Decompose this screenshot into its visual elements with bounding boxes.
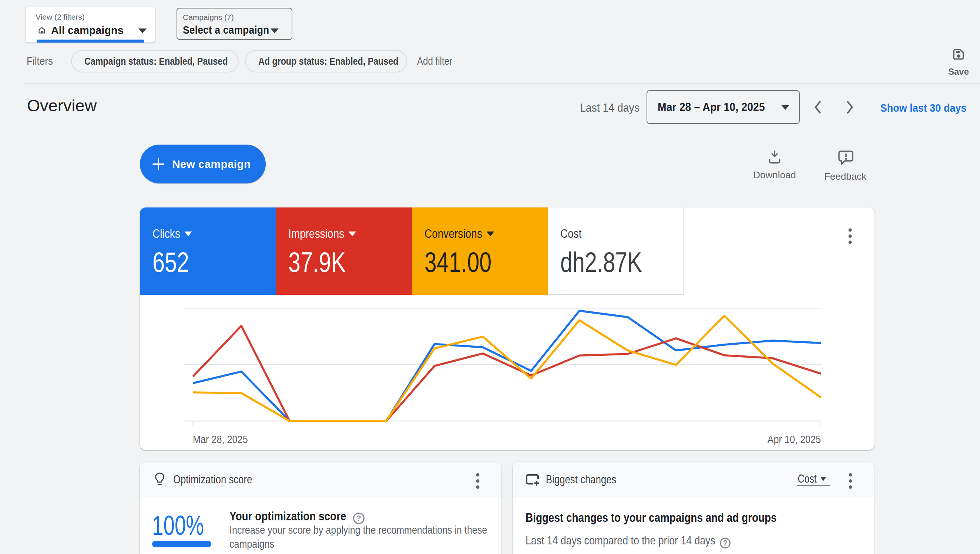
changes-metric-dropdown[interactable]: Cost bbox=[797, 473, 830, 486]
optimization-description-line2: campaigns bbox=[230, 537, 487, 551]
metric-tab-cost-label: Cost bbox=[560, 227, 582, 241]
campaign-selector-value: Select a campaign bbox=[183, 24, 269, 36]
x-axis-label-end: Apr 10, 2025 bbox=[768, 433, 821, 446]
feedback-label: Feedback bbox=[819, 171, 871, 182]
impressions-line-series bbox=[193, 326, 821, 421]
plus-icon bbox=[152, 158, 165, 171]
view-selector-label: View (2 filters) bbox=[35, 13, 85, 21]
chart-card-menu-button[interactable] bbox=[848, 228, 852, 245]
campaign-selector-value-row: Select a campaign bbox=[183, 24, 281, 35]
clicks-line-series bbox=[193, 310, 821, 421]
metric-tab-impressions-label-row: Impressions bbox=[288, 227, 356, 241]
view-selector-value: All campaigns bbox=[51, 24, 124, 37]
view-selector-caret-icon bbox=[139, 29, 147, 33]
filter-chip-label: Campaign status: Enabled, Paused bbox=[85, 56, 228, 67]
window-add-icon bbox=[525, 473, 540, 487]
save-icon bbox=[951, 47, 966, 61]
campaign-selector-caret-icon bbox=[271, 29, 279, 33]
changes-metric-dropdown-inner: Cost bbox=[797, 472, 826, 486]
filter-chip-label: Ad group status: Enabled, Paused bbox=[258, 56, 398, 67]
metric-tab-cost-label-row: Cost bbox=[560, 227, 582, 241]
next-period-button[interactable] bbox=[844, 99, 855, 115]
feedback-icon bbox=[837, 150, 854, 166]
feedback-button[interactable]: Feedback bbox=[819, 150, 871, 182]
biggest-changes-card-title: Biggest changes bbox=[546, 462, 616, 497]
optimization-description-line1: Increase your score by applying the reco… bbox=[230, 523, 487, 537]
metric-tab-cost[interactable]: Cost dh2.87K bbox=[548, 207, 683, 295]
view-selector[interactable]: View (2 filters) All campaigns bbox=[26, 7, 155, 43]
filters-label: Filters bbox=[27, 55, 53, 67]
optimization-description: Increase your score by applying the reco… bbox=[230, 523, 487, 551]
campaign-selector-label: Campaigns (7) bbox=[183, 13, 234, 21]
date-range-picker[interactable]: Mar 28 – Apr 10, 2025 bbox=[646, 90, 800, 124]
campaign-selector[interactable]: Campaigns (7) Select a campaign bbox=[177, 8, 292, 40]
x-axis-label-start: Mar 28, 2025 bbox=[193, 433, 248, 446]
metric-tab-impressions-caret-icon bbox=[349, 231, 356, 236]
conversions-line-series bbox=[193, 316, 821, 421]
filter-chip-campaign-status[interactable]: Campaign status: Enabled, Paused bbox=[71, 50, 239, 73]
biggest-changes-card: Biggest changes Cost Biggest changes to … bbox=[512, 462, 874, 554]
metric-tab-impressions-label: Impressions bbox=[288, 227, 344, 241]
optimization-card-menu-button[interactable] bbox=[476, 473, 480, 490]
date-range-label: Last 14 days bbox=[580, 102, 640, 114]
new-campaign-button[interactable]: New campaign bbox=[140, 145, 266, 183]
home-icon bbox=[37, 26, 46, 35]
view-selector-value-row: All campaigns bbox=[37, 24, 127, 36]
date-range-value: Mar 28 – Apr 10, 2025 bbox=[658, 100, 765, 114]
optimization-help-icon[interactable]: ? bbox=[353, 513, 364, 524]
optimization-card-title: Optimization score bbox=[173, 462, 252, 497]
changes-metric-dropdown-value: Cost bbox=[797, 472, 817, 486]
metric-tab-conversions-label-row: Conversions bbox=[425, 227, 494, 241]
date-range-text-wrap: Mar 28 – Apr 10, 2025 bbox=[658, 91, 775, 123]
metric-tab-conversions-label: Conversions bbox=[425, 227, 482, 241]
optimization-score-card: Optimization score 100% Your optimizatio… bbox=[140, 462, 501, 554]
show-last-30-days-link[interactable]: Show last 30 days bbox=[880, 102, 966, 114]
metric-tab-clicks-caret-icon bbox=[185, 231, 192, 236]
metric-tab-conversions[interactable]: Conversions 341.00 bbox=[412, 207, 548, 295]
date-range-caret-icon bbox=[781, 105, 789, 110]
google-ads-overview-page: View (2 filters) All campaigns Campaigns… bbox=[0, 0, 980, 554]
add-filter-button[interactable]: Add filter bbox=[417, 55, 452, 67]
changes-help-icon[interactable]: ? bbox=[720, 538, 731, 548]
metric-tab-impressions[interactable]: Impressions 37.9K bbox=[276, 207, 412, 295]
lightbulb-icon bbox=[155, 472, 165, 487]
optimization-heading: Your optimization score bbox=[230, 508, 346, 524]
save-button[interactable]: Save bbox=[944, 47, 974, 77]
metric-tab-clicks[interactable]: Clicks 652 bbox=[140, 207, 276, 295]
optimization-card-header: Optimization score bbox=[140, 462, 501, 497]
metric-tab-cost-value: dh2.87K bbox=[560, 247, 642, 277]
biggest-changes-card-menu-button[interactable] bbox=[849, 473, 852, 490]
metric-tab-clicks-value: 652 bbox=[152, 247, 189, 277]
optimization-score-value: 100% bbox=[152, 509, 204, 541]
metric-tab-clicks-label: Clicks bbox=[152, 227, 180, 241]
performance-chart-card: Clicks 652 Impressions 37.9K Conversions… bbox=[140, 207, 875, 450]
metric-tabs: Clicks 652 Impressions 37.9K Conversions… bbox=[140, 207, 875, 295]
metric-tab-conversions-caret-icon bbox=[486, 231, 494, 236]
biggest-changes-heading: Biggest changes to your campaigns and ad… bbox=[525, 509, 777, 525]
metric-tab-clicks-label-row: Clicks bbox=[152, 227, 192, 241]
view-selector-active-underline bbox=[37, 40, 144, 43]
optimization-score-progress-bar bbox=[152, 541, 211, 548]
metric-tab-impressions-value: 37.9K bbox=[288, 247, 346, 277]
biggest-changes-subtext: Last 14 days compared to the prior 14 da… bbox=[525, 534, 715, 548]
download-label: Download bbox=[749, 169, 801, 181]
previous-period-button[interactable] bbox=[813, 99, 823, 115]
biggest-changes-card-header: Biggest changes Cost bbox=[512, 462, 874, 497]
performance-line-chart[interactable] bbox=[140, 295, 875, 450]
download-button[interactable]: Download bbox=[749, 150, 801, 181]
filter-chip-ad-group-status[interactable]: Ad group status: Enabled, Paused bbox=[245, 50, 407, 73]
save-label: Save bbox=[944, 67, 974, 77]
new-campaign-label: New campaign bbox=[172, 145, 251, 183]
metric-tab-conversions-value: 341.00 bbox=[425, 247, 492, 277]
changes-metric-dropdown-caret-icon bbox=[820, 477, 826, 481]
header-divider bbox=[25, 83, 980, 84]
page-title: Overview bbox=[27, 97, 97, 115]
download-icon bbox=[768, 150, 781, 165]
